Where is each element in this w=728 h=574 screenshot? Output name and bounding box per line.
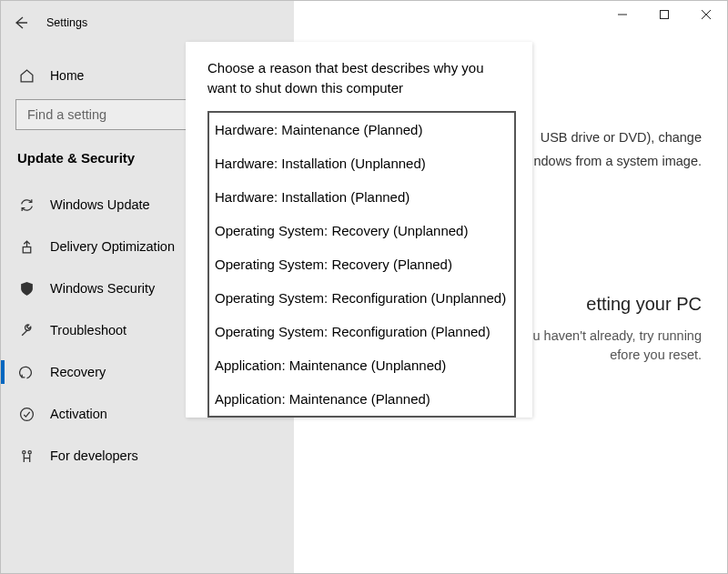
svg-point-3 — [22, 450, 25, 453]
titlebar-left: Settings — [1, 8, 294, 37]
recovery-icon — [17, 365, 35, 380]
minimize-icon — [618, 10, 627, 19]
window-controls — [602, 1, 727, 28]
shutdown-reason-listbox[interactable]: Hardware: Maintenance (Planned) Hardware… — [207, 111, 516, 418]
shutdown-reason-popup: Choose a reason that best describes why … — [186, 42, 532, 418]
svg-point-2 — [20, 408, 33, 420]
home-icon — [17, 68, 35, 84]
minimize-button[interactable] — [602, 1, 643, 28]
shutdown-reason-option[interactable]: Operating System: Recovery (Planned) — [209, 247, 514, 281]
svg-point-4 — [28, 450, 31, 453]
sidebar-item-label: Delivery Optimization — [50, 239, 175, 254]
shutdown-reason-option[interactable]: Hardware: Maintenance (Planned) — [209, 113, 514, 146]
shutdown-reason-option[interactable]: Operating System: Reconfiguration (Unpla… — [209, 281, 514, 315]
home-label: Home — [50, 68, 84, 83]
shutdown-reason-option[interactable]: Operating System: Reconfiguration (Plann… — [209, 315, 514, 348]
sidebar-item-label: Windows Security — [50, 281, 155, 296]
shutdown-reason-option[interactable]: Hardware: Installation (Planned) — [209, 180, 514, 214]
sidebar-item-label: Recovery — [50, 365, 106, 379]
arrow-left-icon — [14, 15, 28, 30]
shutdown-reason-option[interactable]: Application: Maintenance (Planned) — [209, 382, 514, 416]
back-button[interactable] — [1, 8, 41, 37]
shutdown-reason-option[interactable]: Hardware: Installation (Unplanned) — [209, 146, 514, 180]
popup-prompt-text: Choose a reason that best describes why … — [207, 58, 516, 98]
sidebar-item-label: Activation — [50, 407, 107, 421]
shield-icon — [17, 281, 35, 297]
sidebar-item-label: Windows Update — [50, 197, 150, 212]
maximize-button[interactable] — [643, 1, 685, 28]
sidebar-item-label: Troubleshoot — [50, 323, 126, 337]
app-title: Settings — [41, 16, 87, 29]
sidebar-item-for-developers[interactable]: For developers — [1, 435, 294, 477]
delivery-icon — [17, 239, 35, 255]
close-icon — [702, 10, 711, 19]
check-circle-icon — [17, 407, 35, 422]
svg-rect-1 — [23, 247, 31, 252]
developer-icon — [17, 448, 35, 464]
shutdown-reason-option[interactable]: Operating System: Recovery (Unplanned) — [209, 214, 514, 247]
close-button[interactable] — [685, 1, 727, 28]
shutdown-reason-option[interactable]: Application: Maintenance (Unplanned) — [209, 348, 514, 382]
settings-window: Settings Home Update & Security — [0, 0, 728, 574]
wrench-icon — [17, 323, 35, 338]
maximize-icon — [660, 10, 669, 19]
sync-icon — [17, 197, 35, 213]
svg-rect-5 — [661, 11, 669, 19]
sidebar-item-label: For developers — [50, 448, 138, 463]
